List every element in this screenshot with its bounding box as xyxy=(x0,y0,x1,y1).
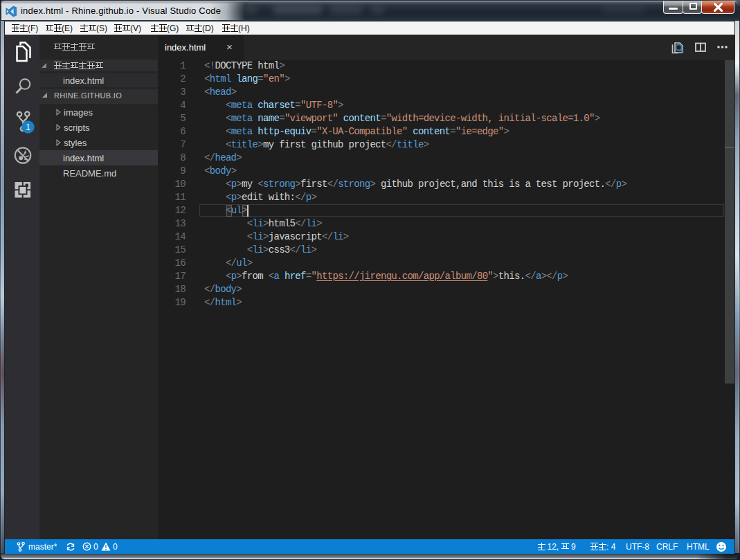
svg-text:1: 1 xyxy=(26,123,30,132)
